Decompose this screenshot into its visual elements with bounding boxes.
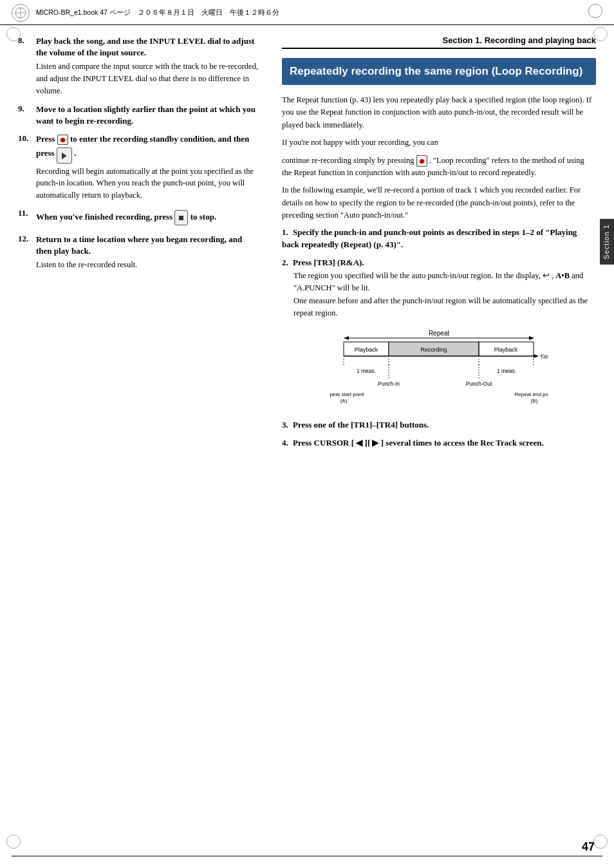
top-bar-circle-right (588, 4, 602, 18)
corner-decoration-bl (6, 835, 21, 849)
left-column: 8. Play back the song, and use the INPUT… (0, 25, 270, 836)
play-icon (62, 153, 67, 159)
step-10-num: 10. (18, 133, 36, 144)
diagram-svg: Repeat Playback Recording Playback (330, 329, 548, 406)
step-8-content: Play back the song, and use the INPUT LE… (36, 35, 259, 97)
svg-marker-6 (529, 336, 534, 340)
svg-text:Playback: Playback (494, 346, 518, 353)
page-number: 47 (582, 840, 595, 854)
step-12: 12. Return to a time location where you … (18, 234, 259, 271)
step-10-content: Press to enter the recording standby con… (36, 133, 259, 202)
step-12-content: Return to a time location where you bega… (36, 234, 259, 271)
step-12-num: 12. (18, 234, 36, 244)
step-9-content: Move to a location slightly earlier than… (36, 104, 259, 127)
rc-step-1: 1. Specify the punch-in and punch-out po… (282, 227, 596, 250)
diagram: Repeat Playback Recording Playback (282, 329, 596, 409)
rc-para-4: In the following example, we'll re-recor… (282, 184, 596, 222)
step-10-body: Recording will begin automatically at th… (36, 165, 259, 202)
rc-step-2-body: The region you specified will be the aut… (293, 270, 596, 320)
step-10: 10. Press to enter the recording standby… (18, 133, 259, 202)
svg-text:(B): (B) (531, 398, 538, 404)
rec-button-icon (57, 135, 68, 146)
step-9-label: Move to a location slightly earlier than… (36, 104, 259, 127)
rc-step-1-num: 1. (282, 227, 288, 237)
svg-marker-5 (344, 336, 349, 340)
svg-text:Repeat end point: Repeat end point (515, 392, 548, 397)
step-8-body: Listen and compare the input source with… (36, 61, 259, 97)
svg-text:Time: Time (540, 354, 548, 360)
svg-text:Repeat: Repeat (429, 330, 449, 337)
svg-text:Playback: Playback (355, 346, 378, 353)
bottom-border (12, 856, 602, 856)
corner-decoration-br (593, 835, 608, 849)
svg-text:Recording: Recording (420, 346, 447, 353)
rc-para-2: If you're not happy with your recording,… (282, 137, 596, 149)
svg-text:Repeat start point: Repeat start point (330, 392, 364, 397)
step-9: 9. Move to a location slightly earlier t… (18, 104, 259, 127)
section-header: Section 1. Recording and playing back (282, 35, 596, 49)
rc-step-3-header: 3. Press one of the [TR1]–[TR4] buttons. (282, 419, 596, 431)
rc-step-3-num: 3. (282, 420, 288, 429)
svg-text:1 meas.: 1 meas. (357, 368, 376, 374)
rc-para-3: continue re-recording simply by pressing… (282, 155, 596, 180)
rc-step-2: 2. Press [TR3] (R&A). The region you spe… (282, 257, 596, 320)
right-heading-title: Repeatedly recording the same region (Lo… (290, 64, 588, 79)
rc-step-4: 4. Press CURSOR [ ◀ ][ ▶ ] several times… (282, 437, 596, 449)
top-bar: MICRO-BR_e1.book 47 ページ ２０６年８月１日 火曜日 午後１… (0, 0, 614, 25)
step-10-label: Press to enter the recording standby con… (36, 133, 259, 164)
section-tab: Section 1 (600, 219, 614, 265)
several-times-text: several times (386, 438, 432, 448)
rc-step-1-header: 1. Specify the punch-in and punch-out po… (282, 227, 596, 250)
rc-step-2-header: 2. Press [TR3] (R&A). (282, 257, 596, 269)
top-bar-circle-left (12, 4, 30, 22)
svg-marker-14 (534, 354, 539, 358)
rc-step-4-num: 4. (282, 438, 288, 448)
page: MICRO-BR_e1.book 47 ページ ２０６年８月１日 火曜日 午後１… (0, 0, 614, 868)
step-8-num: 8. (18, 35, 36, 46)
step-12-label: Return to a time location where you bega… (36, 234, 259, 257)
step-11-content: When you've finished recording, press to… (36, 208, 259, 227)
step-11-label: When you've finished recording, press to… (36, 208, 259, 227)
svg-text:Punch-In: Punch-In (378, 381, 400, 387)
step-11-num: 11. (18, 208, 36, 218)
content-area: 8. Play back the song, and use the INPUT… (0, 25, 614, 836)
step-12-body: Listen to the re-recorded result. (36, 259, 259, 271)
rec-button-icon-2 (416, 155, 427, 167)
step-11: 11. When you've finished recording, pres… (18, 208, 259, 227)
right-column: Section 1. Recording and playing back Re… (270, 25, 614, 836)
step-9-num: 9. (18, 104, 36, 114)
rc-step-4-header: 4. Press CURSOR [ ◀ ][ ▶ ] several times… (282, 437, 596, 449)
step-8-label: Play back the song, and use the INPUT LE… (36, 35, 259, 59)
rc-step-2-num: 2. (282, 258, 288, 267)
svg-text:1 meas.: 1 meas. (497, 368, 516, 374)
svg-text:(A): (A) (340, 398, 348, 404)
rc-step-3: 3. Press one of the [TR1]–[TR4] buttons. (282, 419, 596, 431)
svg-text:Punch-Out: Punch-Out (466, 381, 492, 387)
rc-para-1: The Repeat function (p. 43) lets you rep… (282, 94, 596, 131)
step-8: 8. Play back the song, and use the INPUT… (18, 35, 259, 97)
right-heading-box: Repeatedly recording the same region (Lo… (282, 58, 596, 85)
stop-icon (179, 216, 183, 220)
corner-decoration-tl (6, 27, 21, 41)
top-bar-text: MICRO-BR_e1.book 47 ページ ２０６年８月１日 火曜日 午後１… (36, 8, 279, 17)
